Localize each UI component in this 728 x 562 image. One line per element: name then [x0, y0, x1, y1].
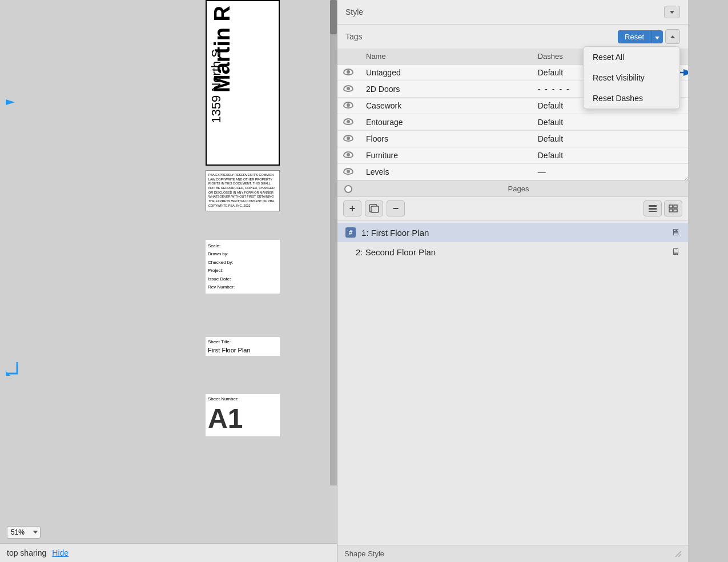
- scale-label: Scale:: [208, 242, 277, 250]
- list-item[interactable]: 2: Second Floor Plan 🖥: [337, 242, 688, 262]
- tag-name-cell: Furniture: [360, 147, 532, 164]
- grid-view-button[interactable]: [664, 200, 682, 216]
- tag-name-cell: Floors: [360, 131, 532, 147]
- visibility-cell: [337, 164, 360, 180]
- remove-page-button[interactable]: −: [387, 200, 405, 216]
- info-block: Scale: Drawn by: Checked by: Project: Is…: [206, 240, 280, 294]
- sheet-number-label: Sheet Number:: [208, 396, 277, 402]
- sharing-bar: top sharing Hide: [0, 543, 337, 562]
- eye-icon: [343, 102, 353, 109]
- pages-toolbar-left: + −: [343, 200, 640, 216]
- visibility-cell: [337, 147, 360, 164]
- monitor-icon: 🖥: [671, 227, 680, 238]
- tag-name-cell: Untagged: [360, 65, 532, 81]
- svg-line-15: [675, 551, 681, 557]
- monitor-icon: 🖥: [671, 247, 680, 257]
- tag-name-cell: Levels: [360, 164, 532, 180]
- reset-all-menu-item[interactable]: Reset All: [584, 47, 679, 67]
- zoom-select-wrapper[interactable]: 25% 51% 75% 100% 150% 200%: [7, 526, 41, 539]
- table-row[interactable]: Furniture Default: [337, 147, 688, 164]
- visibility-cell: [337, 98, 360, 114]
- canvas-area: Martin R 1359 North S PBA EXPRESSLY RESE…: [0, 0, 337, 562]
- visibility-cell: [337, 65, 360, 81]
- reset-visibility-menu-item[interactable]: Reset Visibility: [584, 67, 679, 88]
- arrow-right-icon: [5, 96, 17, 111]
- tags-collapse-button[interactable]: [665, 29, 680, 44]
- page-name: 2: Second Floor Plan: [356, 247, 665, 257]
- sharing-text: top sharing: [7, 548, 46, 557]
- eye-icon: [343, 135, 353, 142]
- checked-label: Checked by:: [208, 259, 277, 267]
- svg-marker-3: [683, 69, 688, 76]
- copyright-text: PBA EXPRESSLY RESERVES IT'S COMMON LAW C…: [208, 173, 275, 207]
- svg-line-5: [686, 179, 688, 180]
- style-section: Style: [337, 0, 688, 25]
- eye-icon: [343, 168, 353, 175]
- tags-section: Tags Reset Reset All Reset Visibility Re…: [337, 25, 688, 181]
- resize-icon: [681, 175, 688, 180]
- tag-dashes-cell: Default: [532, 114, 688, 131]
- issue-date-label: Issue Date:: [208, 275, 277, 283]
- tag-name-cell: 2D Doors: [360, 81, 532, 98]
- zoom-select[interactable]: 25% 51% 75% 100% 150% 200%: [7, 526, 41, 539]
- arrow-corner-icon: [5, 361, 22, 380]
- reset-button[interactable]: Reset: [618, 30, 651, 43]
- duplicate-page-button[interactable]: [365, 200, 383, 216]
- right-panel: Style Tags Reset Reset All Reset Visibil…: [337, 0, 688, 562]
- panel-resize-handle[interactable]: [673, 549, 681, 559]
- duplicate-icon: [368, 203, 380, 214]
- reset-dashes-menu-item[interactable]: Reset Dashes: [584, 88, 679, 109]
- eye-icon: [343, 151, 353, 158]
- hide-link[interactable]: Hide: [52, 548, 69, 557]
- svg-line-16: [678, 554, 681, 557]
- add-page-button[interactable]: +: [343, 200, 361, 216]
- svg-rect-8: [649, 205, 657, 207]
- shape-style-bar: Shape Style: [337, 545, 688, 562]
- current-page-badge: #: [345, 227, 356, 238]
- plus-icon: +: [349, 203, 356, 215]
- title-block: Martin R 1359 North S: [206, 0, 280, 166]
- shape-style-label: Shape Style: [344, 549, 384, 558]
- svg-rect-12: [674, 205, 677, 208]
- list-view-button[interactable]: [643, 200, 662, 216]
- canvas-scrollbar-thumb[interactable]: [330, 0, 337, 34]
- visibility-cell: [337, 131, 360, 147]
- copyright-block: PBA EXPRESSLY RESERVES IT'S COMMON LAW C…: [206, 170, 280, 211]
- style-chevron-icon: [670, 11, 674, 14]
- reset-chevron-icon: [655, 37, 659, 39]
- subtitle-text: 1359 North S: [207, 47, 228, 126]
- hash-icon: #: [349, 229, 352, 236]
- eye-icon: [343, 85, 353, 92]
- sheet-number-block: Sheet Number: A1: [206, 394, 280, 436]
- sheet-title-block: Sheet Title: First Floor Plan: [206, 337, 280, 356]
- tag-name-cell: Casework: [360, 98, 532, 114]
- svg-rect-13: [669, 209, 673, 212]
- pages-section: Pages + −: [337, 181, 688, 545]
- canvas-content: Martin R 1359 North S PBA EXPRESSLY RESE…: [0, 0, 337, 562]
- pages-toolbar-right: [643, 200, 682, 216]
- canvas-scrollbar[interactable]: [330, 0, 337, 485]
- sheet-title-value: First Floor Plan: [208, 347, 277, 354]
- svg-rect-11: [669, 205, 673, 208]
- table-row[interactable]: Entourage Default: [337, 114, 688, 131]
- list-item[interactable]: # 1: First Floor Plan 🖥: [337, 223, 688, 242]
- drawn-label: Drawn by:: [208, 250, 277, 258]
- svg-rect-14: [674, 209, 677, 212]
- style-dropdown-button[interactable]: [664, 6, 680, 18]
- col-visibility-header: [337, 49, 360, 65]
- pages-label: Pages: [356, 184, 681, 193]
- svg-marker-0: [6, 99, 15, 105]
- tag-dashes-cell: Default: [532, 131, 688, 147]
- svg-rect-10: [649, 211, 657, 212]
- eye-icon: [343, 118, 353, 125]
- grid-view-icon: [668, 204, 678, 213]
- table-row[interactable]: Floors Default: [337, 131, 688, 147]
- pages-circle-icon: [344, 185, 352, 193]
- page-name: 1: First Floor Plan: [361, 228, 665, 238]
- table-row[interactable]: Levels —: [337, 164, 688, 180]
- tag-dashes-cell: Default: [532, 147, 688, 164]
- table-resize-handle[interactable]: [681, 174, 688, 180]
- reset-dropdown-menu: Reset All Reset Visibility Reset Dashes: [583, 46, 680, 109]
- reset-dropdown-button[interactable]: [651, 30, 663, 43]
- col-name-header: Name: [360, 49, 532, 65]
